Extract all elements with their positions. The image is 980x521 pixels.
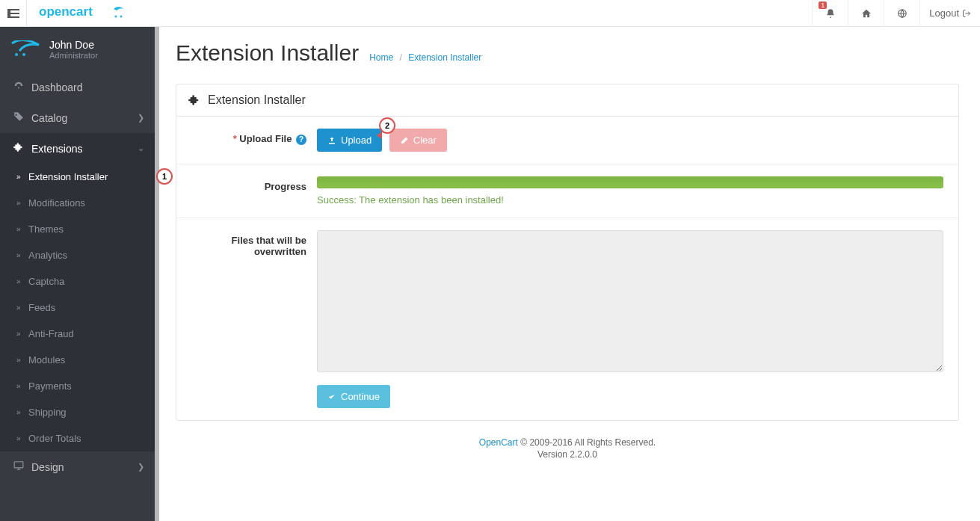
- annotation-badge-2: 2: [379, 117, 395, 134]
- chevron-double-icon: »: [16, 225, 28, 233]
- chevron-double-icon: »: [16, 382, 28, 390]
- globe-button[interactable]: [884, 0, 919, 27]
- sidebar-user: John Doe Administrator: [0, 27, 155, 72]
- page-title: Extension Installer: [176, 40, 359, 66]
- home-button[interactable]: [848, 0, 884, 27]
- annotation-badge-1: 1: [156, 168, 173, 185]
- sub-item-antifraud[interactable]: »Anti-Fraud: [0, 321, 155, 347]
- sub-item-payments[interactable]: »Payments: [0, 373, 155, 399]
- sub-item-label: Order Totals: [28, 433, 81, 444]
- chevron-double-icon: »: [16, 277, 28, 286]
- chevron-double-icon: »: [16, 251, 28, 259]
- dashboard-icon: [10, 81, 27, 93]
- sidebar-item-design[interactable]: Design ❯: [0, 451, 155, 482]
- sidebar-item-extensions[interactable]: Extensions ⌄: [0, 133, 155, 164]
- clear-button[interactable]: Clear: [389, 129, 447, 152]
- sub-item-modules[interactable]: »Modules: [0, 347, 155, 373]
- svg-rect-3: [7, 9, 10, 18]
- globe-icon: [897, 8, 907, 19]
- sub-item-themes[interactable]: »Themes: [0, 216, 155, 242]
- notification-count-badge: 1: [819, 1, 827, 9]
- breadcrumb-home[interactable]: Home: [369, 52, 393, 63]
- tag-icon: [10, 111, 27, 124]
- footer-brand-link[interactable]: OpenCart: [479, 437, 518, 448]
- notifications-button[interactable]: 1: [812, 0, 848, 27]
- monitor-icon: [10, 460, 27, 473]
- chevron-double-icon: »: [16, 408, 28, 416]
- help-icon[interactable]: ?: [296, 135, 306, 145]
- logout-button[interactable]: Logout: [919, 0, 980, 27]
- eraser-icon: [400, 136, 409, 145]
- check-icon: [327, 392, 336, 401]
- sub-item-label: Modules: [28, 354, 65, 366]
- sub-item-extension-installer[interactable]: »Extension Installer: [0, 164, 155, 190]
- sub-item-analytics[interactable]: »Analytics: [0, 242, 155, 268]
- sub-item-captcha[interactable]: »Captcha: [0, 268, 155, 295]
- overwrite-row: Files that will be overwritten Continue: [176, 218, 958, 420]
- sidebar-item-label: Design: [31, 461, 138, 473]
- sub-item-modifications[interactable]: »Modifications: [0, 190, 155, 216]
- hamburger-icon: [7, 9, 19, 18]
- svg-point-9: [22, 53, 25, 56]
- svg-text:opencart: opencart: [39, 4, 93, 19]
- chevron-double-icon: »: [16, 199, 28, 207]
- avatar: [10, 40, 40, 59]
- footer-rights: © 2009-2016 All Rights Reserved.: [518, 437, 656, 448]
- sub-item-label: Shipping: [28, 407, 67, 418]
- installer-panel: Extension Installer * Upload File ? Uplo…: [176, 84, 959, 421]
- overwrite-label: Files that will be overwritten: [191, 230, 317, 257]
- overwrite-textarea[interactable]: [317, 230, 943, 372]
- logout-icon: [962, 9, 971, 18]
- svg-rect-10: [14, 462, 23, 468]
- chevron-double-icon: »: [16, 330, 28, 338]
- progress-label: Progress: [191, 176, 317, 192]
- sidebar-item-label: Dashboard: [31, 81, 144, 93]
- progress-bar: [317, 176, 943, 188]
- annotation-pointer: [377, 132, 382, 139]
- sidebar-scrollbar[interactable]: [155, 27, 159, 521]
- breadcrumb-sep: /: [400, 52, 402, 63]
- sidebar: John Doe Administrator Dashboard Catalog…: [0, 27, 155, 521]
- sub-item-shipping[interactable]: »Shipping: [0, 399, 155, 425]
- puzzle-icon: [188, 94, 200, 106]
- upload-label: * Upload File ?: [191, 129, 317, 145]
- chevron-down-icon: ⌄: [138, 144, 144, 153]
- breadcrumb-current[interactable]: Extension Installer: [408, 52, 481, 63]
- chevron-double-icon: »: [16, 356, 28, 364]
- user-name: John Doe: [49, 39, 98, 51]
- svg-point-5: [115, 16, 117, 18]
- sub-item-label: Themes: [28, 223, 64, 235]
- sub-item-feeds[interactable]: »Feeds: [0, 295, 155, 321]
- continue-button[interactable]: Continue: [317, 385, 390, 408]
- chevron-double-icon: »: [16, 303, 28, 312]
- sub-item-ordertotals[interactable]: »Order Totals: [0, 425, 155, 451]
- upload-icon: [327, 136, 336, 145]
- puzzle-icon: [10, 142, 27, 155]
- chevron-right-icon: ❯: [138, 113, 144, 123]
- chevron-right-icon: ❯: [138, 462, 144, 472]
- chevron-double-icon: »: [16, 173, 28, 181]
- success-message: Success: The extension has been installe…: [317, 194, 943, 206]
- bell-icon: [825, 8, 836, 19]
- progress-row: Progress Success: The extension has been…: [176, 164, 958, 218]
- upload-row: * Upload File ? Upload Clear 2: [176, 117, 958, 164]
- upload-button[interactable]: Upload: [317, 129, 382, 152]
- svg-point-6: [120, 16, 123, 18]
- sub-item-label: Feeds: [28, 302, 55, 313]
- logout-label: Logout: [929, 7, 959, 19]
- sidebar-item-label: Extensions: [31, 143, 138, 155]
- brand-logo[interactable]: opencart: [27, 4, 141, 22]
- sidebar-item-catalog[interactable]: Catalog ❯: [0, 102, 155, 133]
- user-role: Administrator: [49, 51, 98, 60]
- topbar: opencart 1 Logout: [0, 0, 980, 27]
- sidebar-item-dashboard[interactable]: Dashboard: [0, 72, 155, 102]
- sub-item-label: Modifications: [28, 197, 85, 209]
- home-icon: [861, 8, 872, 19]
- footer: OpenCart © 2009-2016 All Rights Reserved…: [155, 421, 980, 467]
- page-header: Extension Installer Home / Extension Ins…: [155, 27, 980, 76]
- main-content: Extension Installer Home / Extension Ins…: [155, 27, 980, 521]
- footer-version: Version 2.2.0.0: [155, 449, 980, 460]
- menu-toggle-button[interactable]: [0, 0, 27, 27]
- sub-item-label: Anti-Fraud: [28, 328, 74, 339]
- sub-item-label: Captcha: [28, 276, 64, 287]
